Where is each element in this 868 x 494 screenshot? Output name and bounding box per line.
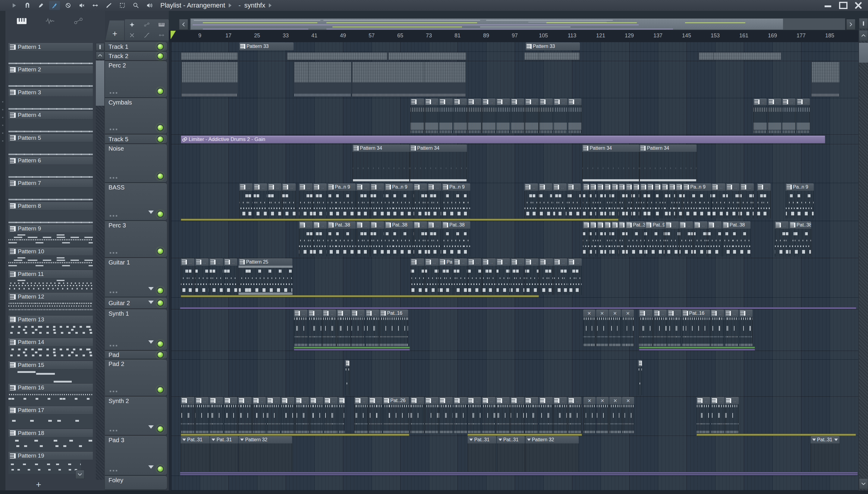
scroll-down-button[interactable]	[859, 478, 868, 489]
chevron-right-icon[interactable]	[229, 3, 234, 7]
clip-pat-38[interactable]: Pat..38	[442, 222, 470, 259]
paint-tool[interactable]	[49, 1, 60, 10]
clip-body[interactable]	[224, 404, 238, 434]
clip-cym[interactable]: ‥	[410, 98, 424, 135]
clip-body[interactable]	[797, 105, 810, 133]
clip-body[interactable]	[622, 404, 634, 434]
track-enable-led[interactable]	[157, 52, 164, 60]
clip-body[interactable]	[268, 191, 281, 218]
clip-mini[interactable]	[638, 360, 642, 397]
clip-body[interactable]	[604, 229, 611, 256]
clip-body[interactable]	[338, 404, 345, 434]
grid-row-noise[interactable]	[169, 144, 858, 183]
clip-body[interactable]	[645, 229, 665, 256]
clip-cym[interactable]: ‥	[511, 98, 524, 135]
clip-body[interactable]	[525, 404, 538, 434]
clip-body[interactable]	[482, 404, 496, 434]
clip-body[interactable]	[669, 191, 675, 218]
clip-body[interactable]	[239, 443, 292, 472]
clip-pat-31[interactable]: Pat..31	[811, 436, 839, 476]
pattern-item-pattern-15[interactable]: Pattern 15	[8, 361, 93, 383]
clip-pattern-32[interactable]: Pattern 32	[525, 436, 579, 476]
track-options-dots[interactable]	[110, 215, 117, 216]
clip-body[interactable]	[354, 404, 368, 434]
chevron-down-icon[interactable]	[469, 439, 473, 443]
clip-body[interactable]	[782, 105, 795, 133]
grid-row-perc-3[interactable]	[169, 221, 858, 258]
pattern-item-pattern-7[interactable]: Pattern 7	[8, 179, 93, 201]
clip-body[interactable]	[356, 229, 370, 256]
clip-mc[interactable]	[583, 184, 589, 222]
clip-cym[interactable]: ‥	[482, 98, 496, 135]
clip-body[interactable]	[775, 229, 789, 256]
scroll-left-button[interactable]	[179, 19, 188, 30]
clip-mc[interactable]: ‥	[181, 259, 195, 298]
clip-perc[interactable]	[294, 62, 351, 97]
clip-mc[interactable]: ‥	[525, 259, 539, 298]
vertical-scrollbar-thumb[interactable]	[859, 43, 868, 63]
clip-body[interactable]	[345, 366, 349, 395]
clip-mc[interactable]: ‥	[496, 397, 510, 436]
clip-body[interactable]	[428, 191, 441, 218]
track-enable-led[interactable]	[157, 351, 164, 358]
clip-mc[interactable]	[669, 184, 675, 222]
clip-body[interactable]	[413, 191, 427, 218]
clip-xc[interactable]: ✕	[609, 310, 621, 351]
clip-bar[interactable]	[294, 347, 410, 348]
clip-body[interactable]	[281, 404, 295, 434]
track-header-bass[interactable]: BASS	[105, 183, 167, 220]
chevron-down-icon[interactable]	[211, 439, 215, 443]
clip-cym[interactable]: ‥	[439, 98, 453, 135]
clip-body[interactable]	[725, 404, 739, 434]
track-options-dots[interactable]	[110, 470, 117, 471]
clip-mc[interactable]: ‥	[511, 397, 524, 436]
mute-tool[interactable]	[76, 1, 87, 10]
clip-body[interactable]	[590, 191, 596, 218]
clip-body[interactable]	[195, 266, 209, 295]
clip-mc[interactable]: ‥	[425, 397, 439, 436]
clip-body[interactable]	[583, 317, 595, 346]
clip-fill[interactable]	[699, 52, 781, 60]
track-collapse-arrow[interactable]	[148, 425, 154, 431]
clip-body[interactable]	[524, 191, 538, 218]
track-enable-led[interactable]	[157, 43, 164, 50]
track-header-pad-3[interactable]: Pad 3	[105, 436, 167, 475]
clip-body[interactable]	[385, 191, 413, 218]
clip-body[interactable]	[726, 191, 740, 218]
clip-mc[interactable]: ‥	[299, 184, 313, 222]
clip-mc[interactable]: ‥	[708, 222, 722, 259]
clip-bar[interactable]	[639, 347, 755, 348]
clip-mc[interactable]: ‥	[454, 259, 467, 298]
chevron-down-icon[interactable]	[240, 439, 244, 443]
draw-tool[interactable]	[36, 1, 47, 10]
clip-pat-16[interactable]: Pat..16	[682, 310, 710, 351]
clip-body[interactable]	[267, 404, 280, 434]
clip-body[interactable]	[525, 266, 539, 295]
track-header-cymbals[interactable]: Cymbals	[105, 98, 167, 134]
clip-mc[interactable]: ‥	[224, 259, 238, 298]
clip-body[interactable]	[511, 105, 524, 133]
clip-mc[interactable]: ‥	[482, 397, 496, 436]
clip-body[interactable]	[497, 443, 525, 472]
close-button[interactable]	[853, 1, 864, 10]
clip-body[interactable]	[308, 317, 322, 346]
clip-body[interactable]	[554, 266, 567, 295]
clip-cym[interactable]: ‥	[768, 98, 781, 135]
clip-body[interactable]	[553, 191, 567, 218]
clip-mc[interactable]: ‥	[294, 310, 308, 351]
clip-mc[interactable]: ‥	[568, 259, 582, 298]
clip-mc[interactable]	[626, 184, 632, 222]
clip-perc[interactable]	[181, 62, 238, 97]
clip-body[interactable]	[609, 317, 621, 346]
clip-body[interactable]	[525, 443, 579, 472]
grid-row-pad-2[interactable]	[169, 360, 858, 397]
pattern-item-pattern-18[interactable]: Pattern 18	[8, 429, 93, 451]
clip-body[interactable]	[385, 229, 413, 256]
clip-mc[interactable]	[676, 184, 682, 222]
clip-body[interactable]	[618, 191, 625, 218]
horizontal-scrollbar-thumb[interactable]	[191, 19, 783, 30]
pattern-item-pattern-10[interactable]: Pattern 10	[8, 248, 93, 270]
clip-body[interactable]	[413, 229, 427, 256]
clip-body[interactable]	[740, 191, 754, 218]
clip-body[interactable]	[313, 191, 327, 218]
